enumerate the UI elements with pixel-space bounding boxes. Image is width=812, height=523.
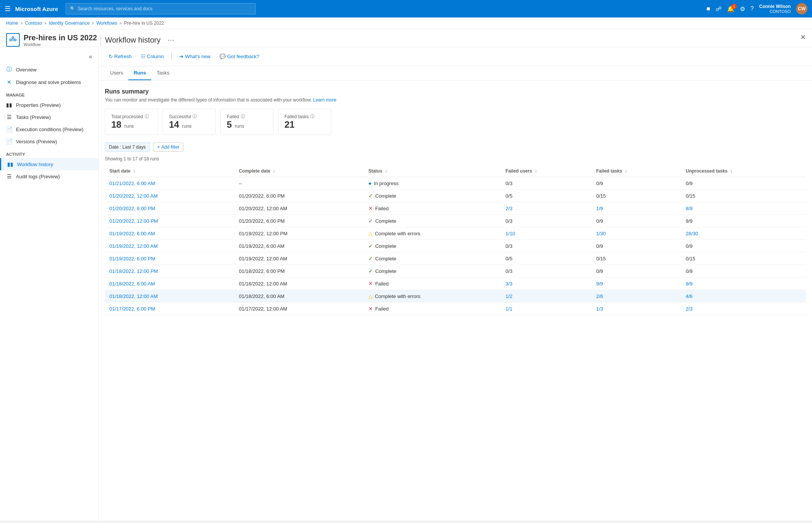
- unprocessed-cell: 0/15: [681, 190, 806, 202]
- notification-badge: 1: [731, 4, 737, 9]
- avatar[interactable]: CW: [796, 3, 807, 14]
- sidebar-item-properties[interactable]: ▮▮ Properties (Preview): [0, 99, 98, 111]
- sidebar-tasks-label: Tasks (Preview): [16, 114, 51, 120]
- portal-settings-icon[interactable]: ☍: [716, 5, 722, 13]
- column-button[interactable]: ☷ Column: [137, 52, 168, 61]
- breadcrumb-identity[interactable]: Identity Governance: [49, 21, 89, 26]
- tab-runs[interactable]: Runs: [128, 66, 152, 80]
- start-date-cell[interactable]: 01/20/2022, 6:00 PM: [105, 202, 234, 215]
- start-date-cell[interactable]: 01/21/2022, 6:00 AM: [105, 177, 234, 190]
- settings-icon[interactable]: ⚙: [740, 5, 745, 13]
- failed-users-link: 3/3: [506, 281, 512, 287]
- start-date-cell[interactable]: 01/18/2022, 12:00 PM: [105, 265, 234, 277]
- status-text: Complete: [375, 243, 397, 249]
- col-failed-users[interactable]: Failed users ↕: [501, 165, 592, 177]
- failed-tasks-cell: 0/15: [592, 252, 681, 265]
- hamburger-icon[interactable]: ☰: [5, 5, 11, 13]
- col-unprocessed[interactable]: Unprocessed tasks ↕: [681, 165, 806, 177]
- col-start-date[interactable]: Start date ↕: [105, 165, 234, 177]
- failed-users-cell[interactable]: 2/3: [501, 202, 592, 215]
- start-date-cell[interactable]: 01/17/2022, 6:00 PM: [105, 303, 234, 315]
- close-button[interactable]: ✕: [800, 33, 806, 41]
- start-date-cell[interactable]: 01/19/2022, 6:00 PM: [105, 252, 234, 265]
- breadcrumb-workflows[interactable]: Workflows: [96, 21, 117, 26]
- failed-users-cell[interactable]: 1/2: [501, 290, 592, 303]
- col-status[interactable]: Status ↕: [364, 165, 501, 177]
- section-desc: You can monitor and investigate the diff…: [105, 97, 806, 103]
- failed-users-cell[interactable]: 1/10: [501, 227, 592, 240]
- status-cell: ✕ Failed: [364, 303, 501, 315]
- sidebar-item-tasks[interactable]: ☰ Tasks (Preview): [0, 111, 98, 123]
- start-date-cell[interactable]: 01/19/2022, 6:00 AM: [105, 227, 234, 240]
- status-icon: ✓: [368, 193, 373, 199]
- search-icon: 🔍: [70, 6, 76, 11]
- sidebar-item-overview[interactable]: ⓘ Overview: [0, 63, 98, 76]
- collapse-button[interactable]: «: [0, 50, 98, 63]
- start-date-cell[interactable]: 01/18/2022, 12:00 AM: [105, 290, 234, 303]
- sidebar-item-diagnose[interactable]: ✕ Diagnose and solve problems: [0, 76, 98, 88]
- sidebar-manage-section: Manage: [0, 88, 98, 99]
- breadcrumb-home[interactable]: Home: [6, 21, 18, 26]
- breadcrumb-sep-2: >: [44, 21, 47, 25]
- search-placeholder: Search resources, services and docs: [78, 6, 153, 11]
- sidebar-execution-label: Execution conditions (Preview): [16, 127, 84, 132]
- failed-users-cell[interactable]: 1/1: [501, 303, 592, 315]
- unprocessed-cell[interactable]: 28/30: [681, 227, 806, 240]
- complete-date-cell: 01/20/2022, 6:00 PM: [234, 215, 364, 227]
- unprocessed-cell[interactable]: 2/3: [681, 303, 806, 315]
- stat-failed-tasks-info-icon: ⓘ: [310, 114, 314, 119]
- table-row: 01/20/2022, 6:00 PM 01/20/2022, 12:00 AM…: [105, 202, 806, 215]
- sidebar-item-workflow-history[interactable]: ▮▮ Workflow history: [0, 158, 98, 170]
- col-failed-tasks[interactable]: Failed tasks ↕: [592, 165, 681, 177]
- sidebar-item-versions[interactable]: 📄 Versions (Preview): [0, 135, 98, 147]
- table-row: 01/20/2022, 12:00 AM 01/20/2022, 6:00 PM…: [105, 190, 806, 202]
- failed-tasks-cell[interactable]: 9/9: [592, 277, 681, 290]
- learn-more-link[interactable]: Learn more: [313, 97, 336, 103]
- status-icon: ✓: [368, 218, 373, 224]
- breadcrumb-sep-1: >: [21, 21, 23, 25]
- tab-users[interactable]: Users: [105, 66, 128, 80]
- cloud-shell-icon[interactable]: ■: [706, 5, 710, 12]
- breadcrumb: Home > Contoso > Identity Governance > W…: [0, 17, 812, 29]
- failed-tasks-cell[interactable]: 1/30: [592, 227, 681, 240]
- whats-new-button[interactable]: ➔ What's new: [175, 52, 214, 61]
- execution-icon: 📄: [6, 126, 12, 132]
- sidebar-item-audit-logs[interactable]: ☰ Audit logs (Preview): [0, 170, 98, 182]
- notifications-icon[interactable]: 🔔 1: [727, 5, 735, 13]
- refresh-button[interactable]: ↻ Refresh: [105, 52, 136, 61]
- status-text: Failed: [375, 306, 389, 312]
- date-filter-chip[interactable]: Date : Last 7 days: [105, 143, 150, 152]
- status-icon: ✓: [368, 255, 373, 262]
- help-icon[interactable]: ?: [750, 5, 754, 12]
- sidebar-audit-label: Audit logs (Preview): [16, 174, 60, 179]
- col-complete-date[interactable]: Complete date ↕: [234, 165, 364, 177]
- status-icon: ✕: [368, 306, 373, 312]
- breadcrumb-contoso[interactable]: Contoso: [25, 21, 42, 26]
- main-content: ↻ Refresh ☷ Column ➔ What's new 💬 Got fe…: [99, 47, 812, 521]
- start-date-cell[interactable]: 01/18/2022, 6:00 AM: [105, 277, 234, 290]
- sidebar-item-execution[interactable]: 📄 Execution conditions (Preview): [0, 123, 98, 135]
- feedback-button[interactable]: 💬 Got feedback?: [216, 52, 263, 61]
- unprocessed-cell[interactable]: 9/9: [681, 277, 806, 290]
- tab-tasks[interactable]: Tasks: [151, 66, 174, 80]
- start-date-cell[interactable]: 01/20/2022, 12:00 AM: [105, 190, 234, 202]
- failed-tasks-cell[interactable]: 1/9: [592, 202, 681, 215]
- failed-users-cell[interactable]: 3/3: [501, 277, 592, 290]
- start-date-cell[interactable]: 01/20/2022, 12:00 PM: [105, 215, 234, 227]
- failed-tasks-cell[interactable]: 1/3: [592, 303, 681, 315]
- search-bar[interactable]: 🔍 Search resources, services and docs: [66, 3, 256, 14]
- sort-up-icon: ↕: [730, 169, 732, 173]
- breadcrumb-sep-3: >: [92, 21, 94, 25]
- dots-menu-button[interactable]: ⋯: [167, 36, 174, 44]
- unprocessed-cell[interactable]: 8/9: [681, 202, 806, 215]
- stat-failed-tasks-value: 21: [284, 119, 325, 130]
- column-icon: ☷: [141, 54, 145, 59]
- stat-total-info-icon: ⓘ: [145, 114, 149, 119]
- start-date-cell[interactable]: 01/19/2022, 12:00 AM: [105, 240, 234, 252]
- add-filter-button[interactable]: + Add filter: [153, 143, 183, 152]
- unprocessed-cell[interactable]: 4/6: [681, 290, 806, 303]
- svg-point-0: [10, 39, 12, 41]
- status-icon: ✕: [368, 205, 373, 211]
- stat-successful: Successful ⓘ 14 runs: [163, 109, 216, 135]
- failed-tasks-cell[interactable]: 2/6: [592, 290, 681, 303]
